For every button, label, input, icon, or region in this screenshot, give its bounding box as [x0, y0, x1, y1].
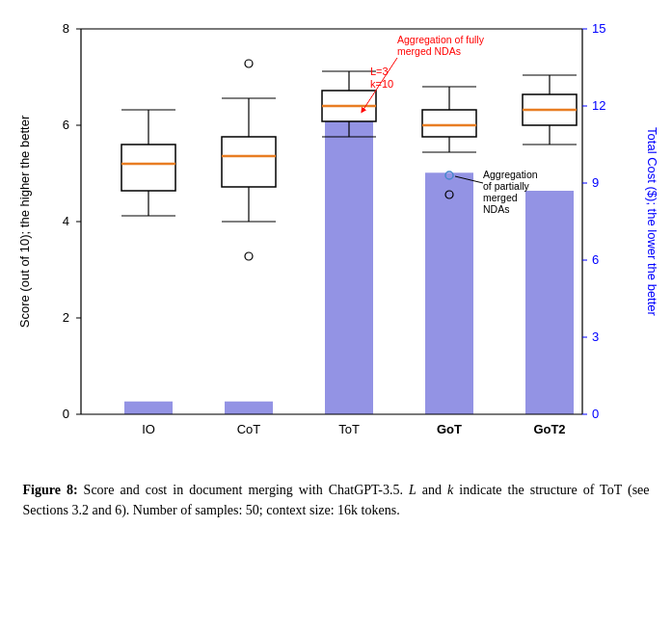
y-left-label: Score (out of 10); the higher the better	[17, 115, 32, 328]
cot-box	[222, 137, 276, 187]
y-left-tick-4: 4	[62, 214, 68, 228]
caption-italic-L: L	[409, 483, 417, 497]
annotation-partial-merge-3: merged	[483, 192, 518, 203]
y-left-tick-6: 6	[62, 118, 68, 132]
y-right-tick-15: 15	[592, 21, 605, 36]
y-right-tick-3: 3	[592, 329, 599, 344]
caption-text2: and	[422, 483, 447, 497]
bar-tot	[325, 111, 373, 414]
x-label-got2: GoT2	[533, 422, 565, 436]
bar-got2	[525, 191, 574, 414]
y-left-tick-8: 8	[62, 21, 68, 36]
caption-text1: Score and cost in document merging with …	[84, 483, 409, 497]
x-label-tot: ToT	[338, 422, 360, 436]
annotation-partial-merge-4: NDAs	[483, 203, 509, 215]
x-label-cot: CoT	[236, 422, 260, 436]
y-right-tick-0: 0	[592, 407, 599, 421]
caption-italic-k: k	[447, 483, 453, 497]
annotation-partial-merge-1: Aggregation	[483, 169, 538, 180]
y-left-tick-2: 2	[62, 310, 68, 325]
annotation-full-merge-1: Aggregation of fully	[397, 34, 485, 45]
bar-io	[124, 402, 173, 414]
x-label-got: GoT	[437, 422, 462, 436]
chart-container: 0 2 4 6 8 0 3 6 9 12 15 IO CoT	[13, 10, 659, 472]
y-right-label: Total Cost ($); the lower the better	[645, 127, 659, 316]
annotation-partial-merge-2: of partially	[483, 180, 530, 192]
got-box	[422, 110, 476, 137]
y-right-tick-9: 9	[592, 175, 599, 190]
bar-got	[425, 172, 473, 414]
io-box	[121, 145, 175, 191]
y-right-tick-12: 12	[592, 98, 605, 113]
annotation-full-merge-2: merged NDAs	[397, 45, 461, 57]
annotation-k10: k=10	[370, 78, 393, 90]
y-left-tick-0: 0	[62, 407, 68, 421]
bar-cot	[225, 402, 273, 414]
y-right-tick-6: 6	[592, 252, 599, 267]
figure-number: Figure 8:	[23, 483, 78, 497]
figure-caption: Figure 8: Score and cost in document mer…	[23, 480, 650, 520]
x-label-io: IO	[142, 422, 155, 436]
